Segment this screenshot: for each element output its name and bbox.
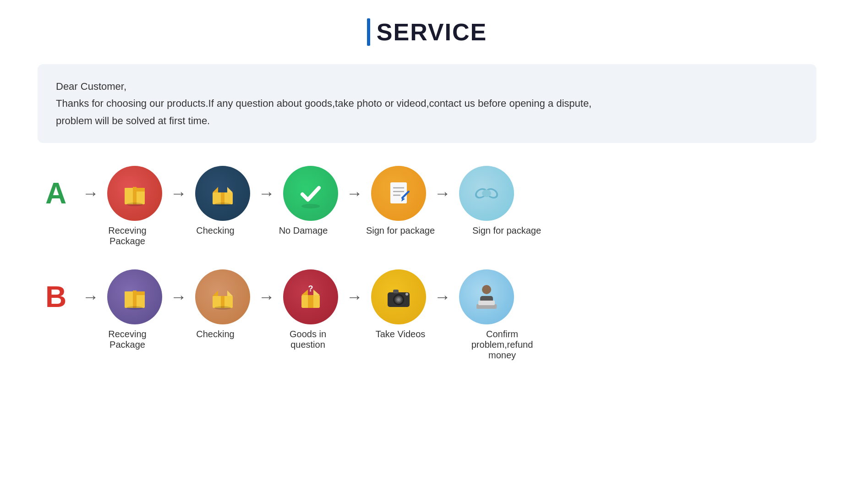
svg-rect-25 [136, 291, 145, 295]
labels-row-b: Receving Package Checking Goods in quest… [38, 329, 816, 361]
arrow: → [170, 184, 187, 203]
notice-line3: problem will be solved at first time. [56, 112, 798, 129]
step-a5 [459, 166, 514, 221]
svg-marker-36 [313, 290, 320, 295]
label-b3: Goods in question [276, 329, 340, 350]
svg-marker-31 [227, 290, 233, 296]
svg-marker-30 [213, 290, 218, 296]
step-a2 [195, 166, 250, 221]
label-a1: Receving Package [100, 225, 155, 247]
step-a2-icon [195, 166, 250, 221]
svg-point-10 [214, 203, 231, 206]
svg-rect-24 [125, 291, 134, 295]
label-a5: Sign for package [470, 225, 543, 236]
arrow: → [170, 287, 187, 307]
step-b4-icon [371, 269, 426, 324]
arrow: → [258, 184, 275, 203]
label-a2: Checking [188, 225, 243, 236]
step-b1-icon [107, 269, 162, 324]
step-a3-icon [283, 166, 338, 221]
step-a3 [283, 166, 338, 221]
label-b5: Confirm problem,refund money [461, 329, 543, 361]
arrow: → [82, 184, 99, 203]
label-b1: Receving Package [100, 329, 155, 350]
svg-point-28 [126, 306, 143, 310]
step-a4-icon [371, 166, 426, 221]
svg-point-5 [126, 203, 143, 206]
arrow: → [346, 184, 363, 203]
notice-line2: Thanks for choosing our products.If any … [56, 95, 798, 112]
step-b2-icon [195, 269, 250, 324]
step-b5 [459, 269, 514, 324]
svg-rect-49 [478, 301, 495, 305]
step-b2 [195, 269, 250, 324]
step-b1 [107, 269, 162, 324]
svg-marker-8 [227, 187, 233, 192]
svg-point-43 [397, 298, 400, 301]
svg-rect-26 [133, 294, 137, 308]
svg-point-33 [214, 306, 231, 310]
step-a4 [371, 166, 426, 221]
svg-rect-4 [133, 187, 137, 192]
flow-section-a: A → → [38, 166, 816, 247]
svg-rect-37 [308, 295, 313, 308]
labels-row-a: Receving Package Checking No Damage Sign… [38, 225, 816, 247]
row-letter-b: B [38, 280, 74, 314]
notice-box: Dear Customer, Thanks for choosing our p… [38, 64, 816, 143]
arrow: → [258, 287, 275, 307]
title-section: SERVICE [27, 18, 827, 46]
svg-point-46 [482, 285, 491, 294]
step-b3-icon: ? [283, 269, 338, 324]
label-a4: Sign for package [364, 225, 437, 236]
arrow: → [346, 287, 363, 307]
step-b3: ? [283, 269, 338, 324]
svg-rect-12 [390, 182, 407, 203]
svg-marker-7 [213, 187, 218, 192]
flow-section-b: B → → [38, 269, 816, 361]
arrow: → [434, 287, 451, 307]
arrow: → [434, 184, 451, 203]
svg-rect-2 [136, 188, 145, 192]
svg-rect-1 [125, 188, 134, 192]
svg-point-11 [301, 204, 320, 208]
label-b2: Checking [188, 329, 243, 340]
row-letter-a: A [38, 176, 74, 210]
step-b5-icon [459, 269, 514, 324]
svg-point-45 [405, 293, 408, 296]
label-a3: No Damage [276, 225, 331, 236]
svg-rect-44 [393, 290, 399, 293]
step-b4 [371, 269, 426, 324]
page-title: SERVICE [377, 18, 487, 46]
notice-line1: Dear Customer, [56, 78, 798, 95]
flow-row-b: B → → [38, 269, 816, 324]
arrow: → [82, 287, 99, 307]
svg-rect-3 [133, 191, 137, 204]
label-b4: Take Videos [373, 329, 428, 340]
flow-row-a: A → → [38, 166, 816, 221]
svg-marker-35 [301, 290, 308, 295]
svg-text:?: ? [308, 284, 313, 293]
step-a5-icon [459, 166, 514, 221]
step-a1-icon [107, 166, 162, 221]
svg-rect-27 [133, 290, 137, 295]
title-accent-bar [367, 18, 370, 46]
step-a1 [107, 166, 162, 221]
svg-point-22 [482, 190, 491, 197]
